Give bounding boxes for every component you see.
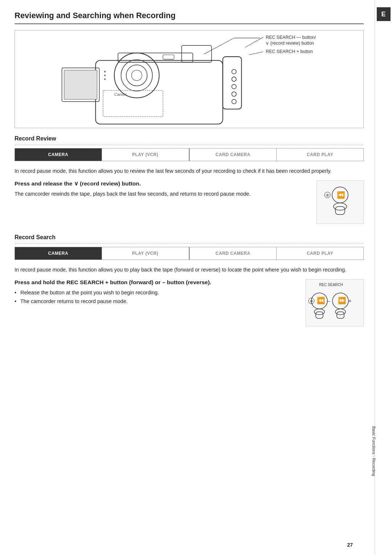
svg-text:–: – <box>327 298 330 304</box>
right-sidebar: E Basic Functions - Recording <box>375 0 392 555</box>
divider-2 <box>15 244 364 244</box>
record-review-section: Record Review CAMERA PLAY (VCR) CARD CAM… <box>15 135 364 224</box>
record-review-content: Press and release the ∨ (record review) … <box>15 180 364 224</box>
svg-point-14 <box>232 99 236 104</box>
mode-card-camera-1: CARD CAMERA <box>190 148 277 161</box>
record-search-title: Record Search <box>15 234 364 241</box>
record-review-title: Record Review <box>15 135 364 142</box>
svg-rect-9 <box>64 70 97 99</box>
svg-point-11 <box>232 77 236 81</box>
svg-rect-6 <box>181 45 211 62</box>
svg-text:Canon: Canon <box>114 92 126 97</box>
svg-point-4 <box>131 70 142 81</box>
svg-rect-43 <box>337 312 344 318</box>
svg-text:⏪: ⏪ <box>337 191 345 199</box>
record-search-bullets: Release the button at the point you wish… <box>15 289 298 305</box>
svg-text:⏪: ⏪ <box>317 297 325 305</box>
mode-card-play-2: CARD PLAY <box>277 247 363 260</box>
rec-search-label3: REC SEARCH + button <box>266 49 313 54</box>
svg-text:⏩: ⏩ <box>338 297 346 305</box>
rec-search-label1: REC SEARCH — button/ <box>266 35 316 40</box>
mode-play-vcr-2: PLAY (VCR) <box>102 247 189 260</box>
sidebar-letter: E <box>377 7 391 21</box>
svg-text:REC SEARCH: REC SEARCH <box>319 283 343 287</box>
bullet-1: Release the button at the point you wish… <box>15 289 298 297</box>
svg-point-2 <box>121 60 152 91</box>
record-search-mode-bar: CAMERA PLAY (VCR) CARD CAMERA CARD PLAY <box>15 247 364 260</box>
record-review-illustration: ⏪ ⊕ <box>317 180 364 224</box>
svg-point-18 <box>104 71 106 72</box>
svg-rect-17 <box>103 90 163 117</box>
rec-search-illustration: REC SEARCH ⏪ – ⏩ + ⊕ <box>306 279 364 326</box>
record-review-subheading: Press and release the ∨ (record review) … <box>15 180 309 187</box>
svg-point-20 <box>104 78 106 80</box>
record-review-description: The camcorder rewinds the tape, plays ba… <box>15 190 309 198</box>
camera-diagram: Canon REC SEARCH — button/ ∨ (record rev… <box>15 30 364 128</box>
page-number: 27 <box>347 542 353 548</box>
mode-card-play-1: CARD PLAY <box>277 148 363 161</box>
record-review-mode-bar: CAMERA PLAY (VCR) CARD CAMERA CARD PLAY <box>15 148 364 161</box>
rec-search-label2: ∨ (record review) button <box>266 41 314 46</box>
mode-play-vcr-1: PLAY (VCR) <box>102 148 189 161</box>
sidebar-rotated-label: Basic Functions - Recording <box>372 422 376 480</box>
record-search-body: In record pause mode, this function allo… <box>15 266 364 274</box>
svg-rect-7 <box>223 57 242 109</box>
svg-point-13 <box>232 92 236 96</box>
record-search-section: Record Search CAMERA PLAY (VCR) CARD CAM… <box>15 234 364 326</box>
mode-camera-2: CAMERA <box>15 247 102 260</box>
svg-text:⊕: ⊕ <box>310 299 313 303</box>
mode-camera-1: CAMERA <box>15 148 102 161</box>
svg-rect-28 <box>335 207 345 215</box>
svg-line-23 <box>245 37 263 48</box>
svg-point-10 <box>232 69 236 74</box>
bullet-2: The camcorder returns to record pause mo… <box>15 297 298 306</box>
page-title: Reviewing and Searching when Recording <box>15 11 364 24</box>
record-search-subheading: Press and hold the REC SEARCH + button (… <box>15 279 298 286</box>
record-search-content: Press and hold the REC SEARCH + button (… <box>15 279 364 326</box>
svg-point-19 <box>104 75 106 76</box>
svg-rect-15 <box>163 55 174 59</box>
divider-1 <box>15 145 364 145</box>
svg-rect-41 <box>316 312 323 318</box>
record-review-body: In record pause mode, this function allo… <box>15 167 364 175</box>
svg-text:+: + <box>348 298 351 304</box>
svg-line-24 <box>249 52 263 55</box>
svg-point-3 <box>126 65 147 86</box>
mode-card-camera-2: CARD CAMERA <box>190 247 277 260</box>
svg-text:⊕: ⊕ <box>326 193 329 197</box>
svg-line-21 <box>204 38 234 54</box>
svg-point-12 <box>232 84 236 89</box>
